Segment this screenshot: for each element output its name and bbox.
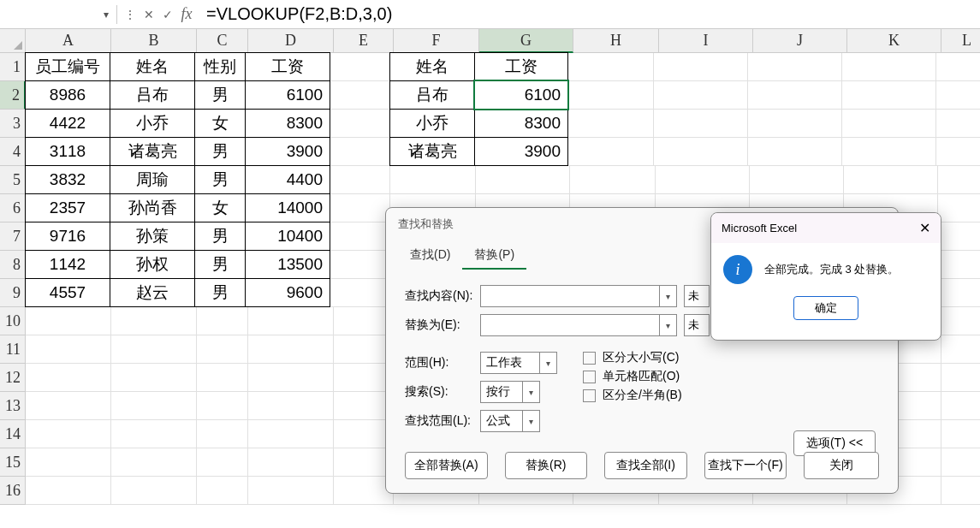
dots-icon[interactable]: ⋮ [121,5,140,24]
row-header-3[interactable]: 3 [0,110,26,138]
row-header-9[interactable]: 9 [0,279,26,307]
row-header-2[interactable]: 2 [0,81,26,110]
ok-button[interactable]: 确定 [793,296,858,320]
cell-K4[interactable] [842,138,936,166]
cell-I4[interactable] [654,138,748,166]
cell-L15[interactable] [941,448,980,477]
row-header-7[interactable]: 7 [0,222,26,251]
row-header-11[interactable]: 11 [0,335,26,364]
cell-B12[interactable] [111,364,197,392]
replace-all-button[interactable]: 全部替换(A) [405,452,488,479]
cell-L9[interactable] [938,279,980,307]
cell-C16[interactable] [197,477,248,505]
col-header-D[interactable]: D [248,29,334,53]
cell-J3[interactable] [748,110,842,138]
close-icon[interactable]: ✕ [919,220,930,236]
cell-I2[interactable] [654,81,748,110]
cell-H5[interactable] [570,166,656,194]
cell-C4[interactable]: 男 [194,137,246,166]
search-select[interactable]: 按行 [480,381,523,403]
cell-L7[interactable] [938,222,980,251]
name-dropdown-icon[interactable]: ▾ [99,8,113,21]
cell-G5[interactable] [476,166,570,194]
cell-J5[interactable] [750,166,844,194]
match-entire-checkbox[interactable] [583,371,596,383]
row-header-15[interactable]: 15 [0,448,26,477]
cell-A8[interactable]: 1142 [25,250,110,279]
cell-L4[interactable] [936,138,980,166]
col-header-F[interactable]: F [394,29,479,53]
cell-L2[interactable] [936,81,980,110]
cell-B3[interactable]: 小乔 [110,109,195,138]
cell-A4[interactable]: 3118 [25,137,110,166]
cell-A5[interactable]: 3832 [25,165,110,194]
cell-L11[interactable] [941,335,980,364]
match-width-checkbox[interactable] [583,389,596,402]
cell-D1[interactable]: 工资 [245,52,330,81]
cell-B6[interactable]: 孙尚香 [110,193,195,222]
cell-D3[interactable]: 8300 [245,109,330,138]
tab-find[interactable]: 查找(D) [398,240,462,270]
cell-F1[interactable]: 姓名 [389,52,475,81]
cell-D2[interactable]: 6100 [245,80,330,110]
cell-A6[interactable]: 2357 [25,193,110,222]
cell-A2[interactable]: 8986 [25,80,110,110]
within-dropdown-icon[interactable]: ▾ [540,352,557,374]
tab-replace[interactable]: 替换(P) [462,240,526,270]
cell-D13[interactable] [248,392,334,420]
cell-B1[interactable]: 姓名 [110,52,195,81]
cell-K5[interactable] [844,166,938,194]
cell-G1[interactable]: 工资 [474,52,568,81]
find-what-input[interactable] [480,285,660,307]
cell-B4[interactable]: 诸葛亮 [110,137,195,166]
cell-K2[interactable] [842,81,936,110]
row-header-4[interactable]: 4 [0,138,26,166]
row-header-6[interactable]: 6 [0,194,26,222]
cell-C8[interactable]: 男 [194,250,246,279]
cell-H4[interactable] [568,138,654,166]
cell-A1[interactable]: 员工编号 [25,52,110,81]
cell-D5[interactable]: 4400 [245,165,330,194]
cell-E2[interactable] [330,81,390,110]
row-header-12[interactable]: 12 [0,364,26,392]
cell-L16[interactable] [941,477,980,505]
cell-D16[interactable] [248,477,334,505]
replace-with-input[interactable] [480,314,660,336]
cell-L8[interactable] [938,251,980,279]
cell-B11[interactable] [111,335,197,364]
accept-icon[interactable]: ✓ [158,5,177,24]
cell-A12[interactable] [26,364,111,392]
cell-C3[interactable]: 女 [194,109,246,138]
cell-D7[interactable]: 10400 [245,222,330,251]
cell-E9[interactable] [330,279,390,307]
match-case-checkbox[interactable] [583,352,596,365]
cell-E1[interactable] [330,53,390,81]
cell-B14[interactable] [111,420,197,448]
cell-H1[interactable] [568,53,654,81]
row-header-13[interactable]: 13 [0,392,26,420]
cell-L3[interactable] [936,110,980,138]
formula-input[interactable]: =VLOOKUP(F2,B:D,3,0) [196,0,980,28]
col-header-K[interactable]: K [847,29,941,53]
row-header-8[interactable]: 8 [0,251,26,279]
col-header-J[interactable]: J [753,29,847,53]
cell-D8[interactable]: 13500 [245,250,330,279]
cell-A3[interactable]: 4422 [25,109,110,138]
cell-C10[interactable] [197,307,248,335]
cell-H2[interactable] [568,81,654,110]
replace-format-button[interactable]: 未 [684,314,710,336]
search-dropdown-icon[interactable]: ▾ [523,381,540,403]
cell-E7[interactable] [330,222,390,251]
row-header-1[interactable]: 1 [0,53,26,81]
row-header-14[interactable]: 14 [0,420,26,448]
cell-L5[interactable] [938,166,980,194]
cell-B2[interactable]: 吕布 [110,80,195,110]
cell-B10[interactable] [111,307,197,335]
cell-E5[interactable] [330,166,390,194]
cell-C1[interactable]: 性别 [194,52,246,81]
replace-button[interactable]: 替换(R) [505,452,588,479]
cell-D4[interactable]: 3900 [245,137,330,166]
col-header-L[interactable]: L [941,29,980,53]
cell-B15[interactable] [111,448,197,477]
cell-J4[interactable] [748,138,842,166]
